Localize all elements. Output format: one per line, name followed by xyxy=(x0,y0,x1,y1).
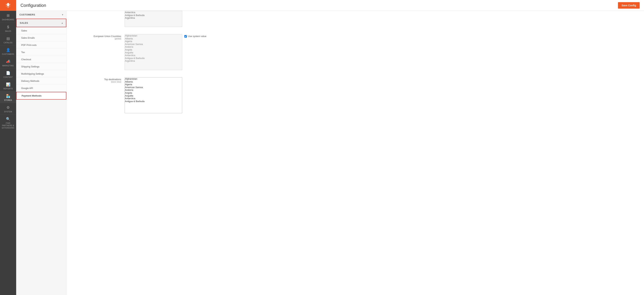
sidebar-item-sales-label: SALES xyxy=(5,30,11,32)
customers-icon: 👤 xyxy=(6,48,10,52)
sidebar-item-customers-label: CUSTOMERS xyxy=(2,53,14,55)
list-item[interactable]: Angola xyxy=(125,92,182,94)
sidebar-item-system-label: SYSTEM xyxy=(4,111,12,113)
list-item[interactable]: Afghanistan xyxy=(125,78,182,80)
eu-use-system-value-label: Use system value xyxy=(188,35,206,38)
sidebar-item-stores-label: STORES xyxy=(4,99,12,101)
config-sub-payment-methods[interactable]: Payment Methods xyxy=(16,92,66,100)
stores-icon: 🏪 xyxy=(6,94,10,98)
config-sub-multishipping-settings[interactable]: Multishipping Settings xyxy=(16,70,66,78)
config-sub-google-api[interactable]: Google API xyxy=(16,85,66,92)
config-section-sales[interactable]: SALES ▴ xyxy=(16,19,66,27)
main-panel: Antarctica Antigua & Barbuda Argentina E… xyxy=(66,11,644,295)
eu-countries-label: European Union Countries [global] xyxy=(71,34,125,40)
config-section-sales-label: SALES xyxy=(20,22,28,24)
config-sub-sales-emails[interactable]: Sales Emails xyxy=(16,34,66,42)
list-item[interactable]: Antigua & Barbuda xyxy=(125,100,182,103)
config-sub-checkout[interactable]: Checkout xyxy=(16,56,66,63)
list-item[interactable]: Argentina xyxy=(125,17,182,20)
sidebar-item-marketing[interactable]: 📣 MARKETING xyxy=(0,57,16,68)
reports-icon: 📊 xyxy=(6,82,10,87)
eu-countries-control: Afghanistan Albania Algeria American Sam… xyxy=(125,34,640,70)
list-item[interactable]: Albania xyxy=(125,37,182,40)
top-header: Configuration Save Config xyxy=(16,0,644,11)
sidebar-item-marketing-label: MARKETING xyxy=(2,65,14,67)
sidebar-item-stores[interactable]: 🏪 STORES xyxy=(0,91,16,103)
config-sub-delivery-methods[interactable]: Delivery Methods xyxy=(16,78,66,85)
content-icon: 📄 xyxy=(6,71,10,75)
eu-use-system-value-checkbox[interactable] xyxy=(184,35,187,38)
catalog-icon: ▤ xyxy=(6,36,10,41)
sales-icon: $ xyxy=(7,25,9,29)
top-destinations-control: Afghanistan Albania Algeria American Sam… xyxy=(125,77,640,113)
find-icon: 🔍 xyxy=(6,117,10,121)
chevron-down-icon: ▾ xyxy=(62,14,63,16)
content-area: CUSTOMERS ▾ SALES ▴ Sales Sales Emails P… xyxy=(16,11,644,295)
sidebar-item-reports-label: REPORTS xyxy=(4,88,13,90)
list-item[interactable]: Algeria xyxy=(125,83,182,86)
main-wrapper: Configuration Save Config CUSTOMERS ▾ SA… xyxy=(16,0,644,295)
sidebar-item-dashboard-label: DASHBOARD xyxy=(2,19,14,21)
config-section-customers-label: CUSTOMERS xyxy=(20,13,35,16)
list-item[interactable]: Albania xyxy=(125,80,182,83)
top-destinations-label: Top destinations [store view] xyxy=(71,77,125,83)
list-item[interactable]: Antarctica xyxy=(125,11,182,14)
list-item[interactable]: Afghanistan xyxy=(125,34,182,37)
above-eu-label xyxy=(71,11,125,12)
sidebar-item-catalog-label: CATALOG xyxy=(4,42,12,44)
sidebar-item-content-label: CONTENT xyxy=(4,76,13,78)
eu-countries-row: European Union Countries [global] Afghan… xyxy=(71,32,640,72)
list-item[interactable]: Andorra xyxy=(125,89,182,92)
list-item[interactable]: Argentina xyxy=(125,60,182,62)
above-eu-list[interactable]: Antarctica Antigua & Barbuda Argentina xyxy=(125,11,182,27)
sidebar-item-catalog[interactable]: ▤ CATALOG xyxy=(0,34,16,45)
sidebar-item-find[interactable]: 🔍 FIND PARTNERS & EXTENSIONS xyxy=(0,114,16,131)
config-section-customers[interactable]: CUSTOMERS ▾ xyxy=(16,11,66,19)
eu-countries-list[interactable]: Afghanistan Albania Algeria American Sam… xyxy=(125,34,182,70)
above-eu-control: Antarctica Antigua & Barbuda Argentina xyxy=(125,11,640,27)
list-item[interactable]: American Samoa xyxy=(125,86,182,89)
config-panel: CUSTOMERS ▾ SALES ▴ Sales Sales Emails P… xyxy=(16,11,66,295)
sidebar-item-dashboard[interactable]: ⊞ DASHBOARD xyxy=(0,11,16,22)
sidebar-item-reports[interactable]: 📊 REPORTS xyxy=(0,80,16,91)
chevron-up-icon: ▴ xyxy=(62,22,63,24)
marketing-icon: 📣 xyxy=(6,59,10,64)
list-item[interactable]: Anguilla xyxy=(125,94,182,97)
sidebar-item-system[interactable]: ⚙ SYSTEM xyxy=(0,103,16,114)
above-eu-row: Antarctica Antigua & Barbuda Argentina xyxy=(71,11,640,29)
list-item[interactable]: Anguilla xyxy=(125,51,182,54)
list-item[interactable]: Antarctica xyxy=(125,54,182,57)
config-sub-sales[interactable]: Sales xyxy=(16,27,66,34)
sidebar-item-find-label: FIND PARTNERS & EXTENSIONS xyxy=(1,122,16,129)
list-item[interactable]: Angola xyxy=(125,48,182,51)
config-sub-pdf-printouts[interactable]: PDF Print-outs xyxy=(16,42,66,49)
eu-use-system-value: Use system value xyxy=(184,34,206,38)
list-item[interactable]: Algeria xyxy=(125,40,182,43)
magento-logo[interactable] xyxy=(0,0,16,11)
list-item[interactable]: Antarctica xyxy=(125,97,182,100)
top-destinations-list[interactable]: Afghanistan Albania Algeria American Sam… xyxy=(125,77,182,113)
save-config-button[interactable]: Save Config xyxy=(618,2,640,9)
list-item[interactable]: Antigua & Barbuda xyxy=(125,57,182,60)
dashboard-icon: ⊞ xyxy=(7,13,10,18)
system-icon: ⚙ xyxy=(6,105,10,110)
list-item[interactable]: Andorra xyxy=(125,46,182,48)
list-item[interactable]: American Samoa xyxy=(125,43,182,46)
config-sub-tax[interactable]: Tax xyxy=(16,49,66,56)
page-title: Configuration xyxy=(20,3,46,8)
sidebar-item-customers[interactable]: 👤 CUSTOMERS xyxy=(0,45,16,57)
sidebar-item-content[interactable]: 📄 CONTENT xyxy=(0,68,16,80)
config-sub-shipping-settings[interactable]: Shipping Settings xyxy=(16,63,66,70)
sidebar-item-sales[interactable]: $ SALES xyxy=(0,22,16,34)
sidebar: ⊞ DASHBOARD $ SALES ▤ CATALOG 👤 CUSTOMER… xyxy=(0,0,16,295)
top-destinations-row: Top destinations [store view] Afghanista… xyxy=(71,75,640,115)
list-item[interactable]: Antigua & Barbuda xyxy=(125,14,182,17)
